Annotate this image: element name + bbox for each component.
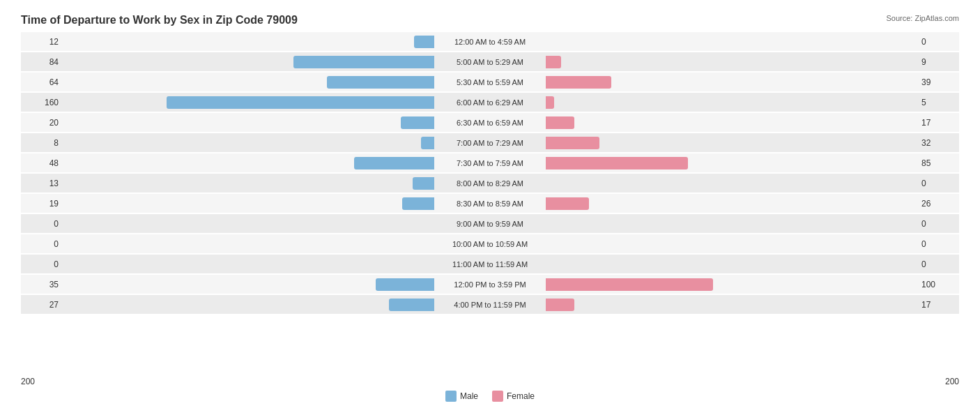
- male-value: 84: [21, 57, 63, 67]
- bars-center: 10:00 AM to 10:59 AM: [63, 234, 917, 253]
- legend-female-label: Female: [507, 391, 535, 401]
- male-value: 64: [21, 77, 63, 87]
- table-row: 48 7:30 AM to 7:59 AM 85: [21, 153, 959, 172]
- bar-female: [546, 157, 688, 169]
- right-bar-wrap: [546, 218, 917, 230]
- female-value: 26: [917, 199, 959, 209]
- female-value: 85: [917, 158, 959, 168]
- left-bar-wrap: [63, 177, 434, 190]
- female-value: 32: [917, 138, 959, 148]
- table-row: 8 7:00 AM to 7:29 AM 32: [21, 133, 959, 152]
- bar-female: [546, 76, 611, 89]
- male-value: 8: [21, 138, 63, 148]
- chart-container: Time of Departure to Work by Sex in Zip …: [0, 0, 980, 415]
- time-label: 7:00 AM to 7:29 AM: [434, 139, 546, 147]
- right-bar-wrap: [546, 36, 917, 48]
- male-value: 12: [21, 37, 63, 47]
- time-label: 5:00 AM to 5:29 AM: [434, 58, 546, 66]
- time-label: 7:30 AM to 7:59 AM: [434, 159, 546, 167]
- bar-male: [421, 137, 434, 149]
- bars-center: 6:00 AM to 6:29 AM: [63, 93, 917, 112]
- bar-male: [327, 76, 434, 89]
- bar-female: [546, 278, 713, 291]
- male-value: 48: [21, 158, 63, 168]
- left-bar-wrap: [63, 76, 434, 89]
- table-row: 84 5:00 AM to 5:29 AM 9: [21, 52, 959, 71]
- table-row: 12 12:00 AM to 4:59 AM 0: [21, 32, 959, 51]
- bars-center: 12:00 PM to 3:59 PM: [63, 275, 917, 294]
- female-value: 9: [917, 57, 959, 67]
- bar-male: [401, 116, 434, 129]
- bar-male: [389, 299, 434, 311]
- right-bar-wrap: [546, 278, 917, 291]
- bar-female: [546, 299, 574, 311]
- male-value: 13: [21, 179, 63, 188]
- bar-male: [354, 157, 434, 169]
- table-row: 19 8:30 AM to 8:59 AM 26: [21, 194, 959, 213]
- female-value: 5: [917, 98, 959, 107]
- axis-right: 200: [945, 377, 959, 386]
- time-label: 6:30 AM to 6:59 AM: [434, 119, 546, 127]
- right-bar-wrap: [546, 56, 917, 68]
- bars-center: 8:30 AM to 8:59 AM: [63, 194, 917, 213]
- right-bar-wrap: [546, 157, 917, 169]
- bars-center: 5:00 AM to 5:29 AM: [63, 52, 917, 71]
- left-bar-wrap: [63, 299, 434, 311]
- time-label: 12:00 PM to 3:59 PM: [434, 280, 546, 289]
- female-value: 0: [917, 179, 959, 188]
- chart-area: 12 12:00 AM to 4:59 AM 0 84 5:00 AM to 5…: [21, 32, 959, 374]
- male-value: 20: [21, 118, 63, 128]
- legend-female: Female: [492, 391, 535, 402]
- bar-female: [546, 197, 589, 210]
- left-bar-wrap: [63, 137, 434, 149]
- right-bar-wrap: [546, 137, 917, 149]
- right-bar-wrap: [546, 299, 917, 311]
- time-label: 9:00 AM to 9:59 AM: [434, 220, 546, 228]
- right-bar-wrap: [546, 197, 917, 210]
- legend: Male Female: [21, 391, 959, 402]
- female-value: 17: [917, 300, 959, 310]
- right-bar-wrap: [546, 258, 917, 271]
- left-bar-wrap: [63, 96, 434, 109]
- table-row: 20 6:30 AM to 6:59 AM 17: [21, 113, 959, 132]
- right-bar-wrap: [546, 76, 917, 89]
- table-row: 27 4:00 PM to 11:59 PM 17: [21, 295, 959, 314]
- time-label: 11:00 AM to 11:59 AM: [434, 260, 546, 269]
- female-value: 0: [917, 37, 959, 47]
- bar-male: [413, 177, 434, 190]
- male-value: 160: [21, 98, 63, 107]
- legend-male: Male: [445, 391, 478, 402]
- legend-male-label: Male: [460, 391, 478, 401]
- bar-female: [546, 137, 599, 149]
- male-value: 27: [21, 300, 63, 310]
- time-label: 5:30 AM to 5:59 AM: [434, 78, 546, 86]
- table-row: 0 9:00 AM to 9:59 AM 0: [21, 214, 959, 233]
- left-bar-wrap: [63, 36, 434, 48]
- right-bar-wrap: [546, 238, 917, 250]
- left-bar-wrap: [63, 197, 434, 210]
- bar-male: [402, 197, 434, 210]
- bar-female: [546, 56, 561, 68]
- female-value: 0: [917, 239, 959, 249]
- left-bar-wrap: [63, 258, 434, 271]
- bars-center: 9:00 AM to 9:59 AM: [63, 214, 917, 233]
- left-bar-wrap: [63, 238, 434, 250]
- female-value: 100: [917, 280, 959, 289]
- female-value: 0: [917, 259, 959, 269]
- time-label: 10:00 AM to 10:59 AM: [434, 240, 546, 248]
- right-bar-wrap: [546, 177, 917, 190]
- male-value: 0: [21, 259, 63, 269]
- left-bar-wrap: [63, 218, 434, 230]
- legend-female-box: [492, 391, 503, 402]
- axis-row: 200 200: [21, 377, 959, 386]
- time-label: 4:00 PM to 11:59 PM: [434, 301, 546, 309]
- left-bar-wrap: [63, 116, 434, 129]
- male-value: 35: [21, 280, 63, 289]
- bar-female: [546, 96, 554, 109]
- male-value: 0: [21, 219, 63, 229]
- table-row: 0 11:00 AM to 11:59 AM 0: [21, 255, 959, 273]
- time-label: 6:00 AM to 6:29 AM: [434, 98, 546, 107]
- table-row: 13 8:00 AM to 8:29 AM 0: [21, 174, 959, 193]
- bar-male: [414, 36, 434, 48]
- bars-center: 6:30 AM to 6:59 AM: [63, 113, 917, 132]
